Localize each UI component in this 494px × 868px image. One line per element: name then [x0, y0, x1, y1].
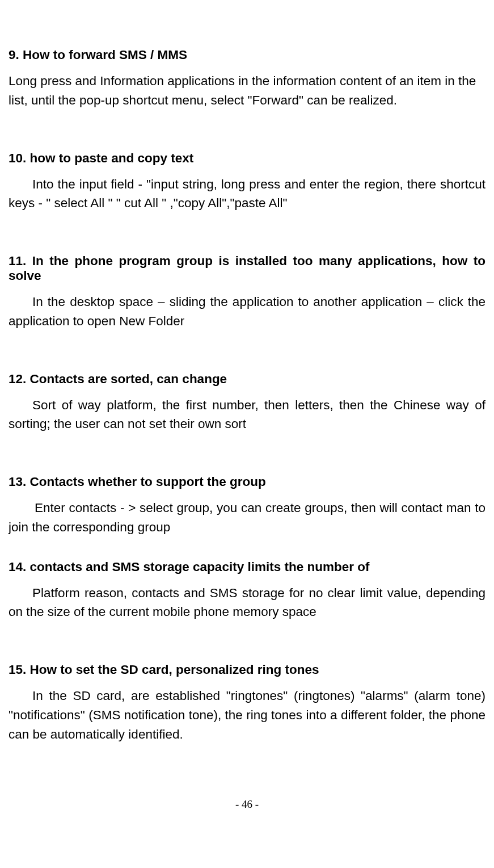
section-14-heading: 14. contacts and SMS storage capacity li… [9, 560, 485, 575]
section-15-body: In the SD card, are established "rington… [9, 686, 485, 744]
section-11: 11. In the phone program group is instal… [9, 254, 485, 331]
section-10: 10. how to paste and copy text Into the … [9, 151, 485, 213]
section-12-heading: 12. Contacts are sorted, can change [9, 372, 485, 387]
section-gap [9, 213, 485, 254]
section-12-body: Sort of way platform, the first number, … [9, 396, 485, 434]
section-10-body: Into the input field - "input string, lo… [9, 175, 485, 213]
section-gap [9, 537, 485, 560]
section-9-body: Long press and Information applications … [9, 72, 485, 110]
page-number: - 46 - [9, 798, 485, 828]
section-13-body: Enter contacts - > select group, you can… [9, 498, 485, 537]
section-13-heading: 13. Contacts whether to support the grou… [9, 475, 485, 489]
section-14: 14. contacts and SMS storage capacity li… [9, 560, 485, 622]
section-gap [9, 622, 485, 662]
section-gap [9, 110, 485, 151]
section-13: 13. Contacts whether to support the grou… [9, 475, 485, 537]
section-9: 9. How to forward SMS / MMS Long press a… [9, 48, 485, 110]
section-14-body: Platform reason, contacts and SMS storag… [9, 584, 485, 622]
section-10-heading: 10. how to paste and copy text [9, 151, 485, 166]
section-12: 12. Contacts are sorted, can change Sort… [9, 372, 485, 434]
section-15: 15. How to set the SD card, personalized… [9, 662, 485, 744]
section-11-body: In the desktop space – sliding the appli… [9, 292, 485, 331]
section-11-heading: 11. In the phone program group is instal… [9, 254, 485, 283]
section-gap [9, 331, 485, 372]
document-page: 9. How to forward SMS / MMS Long press a… [0, 0, 494, 828]
section-gap [9, 434, 485, 475]
section-9-heading: 9. How to forward SMS / MMS [9, 48, 485, 62]
section-15-heading: 15. How to set the SD card, personalized… [9, 662, 485, 677]
